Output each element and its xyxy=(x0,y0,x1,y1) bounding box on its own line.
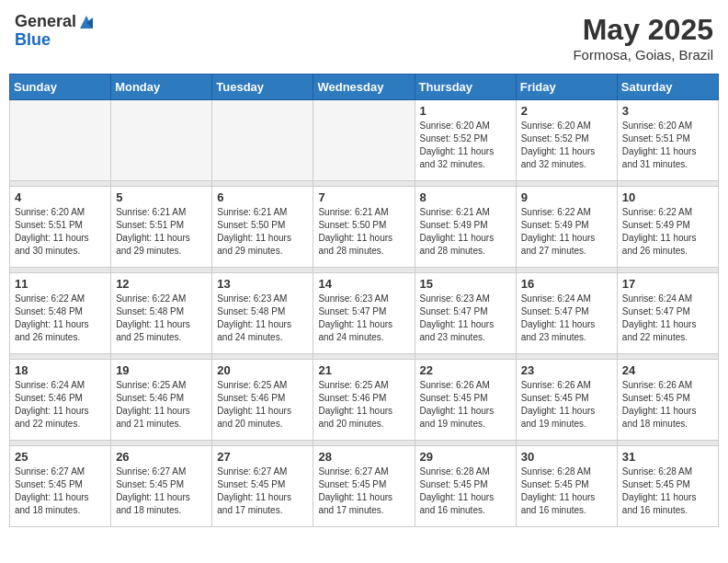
calendar-cell: 31Sunrise: 6:28 AMSunset: 5:45 PMDayligh… xyxy=(617,446,718,527)
day-info: Sunrise: 6:25 AMSunset: 5:46 PMDaylight:… xyxy=(217,379,308,431)
day-info: Sunrise: 6:20 AMSunset: 5:51 PMDaylight:… xyxy=(15,206,106,258)
day-info: Sunrise: 6:20 AMSunset: 5:52 PMDaylight:… xyxy=(521,120,612,171)
day-number: 22 xyxy=(420,363,511,377)
calendar-cell: 6Sunrise: 6:21 AMSunset: 5:50 PMDaylight… xyxy=(212,187,313,268)
calendar-cell: 10Sunrise: 6:22 AMSunset: 5:49 PMDayligh… xyxy=(617,187,718,268)
day-number: 17 xyxy=(622,277,713,291)
day-info: Sunrise: 6:26 AMSunset: 5:45 PMDaylight:… xyxy=(622,379,713,431)
week-row-4: 18Sunrise: 6:24 AMSunset: 5:46 PMDayligh… xyxy=(10,360,719,441)
weekday-header-thursday: Thursday xyxy=(415,75,516,100)
day-number: 23 xyxy=(521,363,612,377)
header: General Blue May 2025 Formosa, Goias, Br… xyxy=(9,9,719,66)
day-info: Sunrise: 6:22 AMSunset: 5:48 PMDaylight:… xyxy=(15,293,106,344)
day-info: Sunrise: 6:21 AMSunset: 5:51 PMDaylight:… xyxy=(116,206,207,258)
week-row-3: 11Sunrise: 6:22 AMSunset: 5:48 PMDayligh… xyxy=(10,273,719,354)
calendar-cell xyxy=(313,100,415,181)
day-info: Sunrise: 6:28 AMSunset: 5:45 PMDaylight:… xyxy=(420,465,511,517)
day-number: 14 xyxy=(318,277,409,291)
calendar: SundayMondayTuesdayWednesdayThursdayFrid… xyxy=(9,74,719,527)
calendar-cell: 8Sunrise: 6:21 AMSunset: 5:49 PMDaylight… xyxy=(415,187,516,268)
day-number: 19 xyxy=(116,363,207,377)
day-number: 12 xyxy=(116,277,207,291)
calendar-cell: 20Sunrise: 6:25 AMSunset: 5:46 PMDayligh… xyxy=(212,360,313,441)
weekday-header-saturday: Saturday xyxy=(617,75,718,100)
calendar-cell: 3Sunrise: 6:20 AMSunset: 5:51 PMDaylight… xyxy=(617,100,718,181)
day-info: Sunrise: 6:23 AMSunset: 5:48 PMDaylight:… xyxy=(217,293,308,344)
weekday-header-tuesday: Tuesday xyxy=(212,75,313,100)
weekday-header-monday: Monday xyxy=(111,75,212,100)
day-info: Sunrise: 6:27 AMSunset: 5:45 PMDaylight:… xyxy=(116,465,207,517)
calendar-cell: 18Sunrise: 6:24 AMSunset: 5:46 PMDayligh… xyxy=(10,360,111,441)
calendar-cell: 26Sunrise: 6:27 AMSunset: 5:45 PMDayligh… xyxy=(111,446,212,527)
calendar-cell: 23Sunrise: 6:26 AMSunset: 5:45 PMDayligh… xyxy=(516,360,617,441)
calendar-cell: 30Sunrise: 6:28 AMSunset: 5:45 PMDayligh… xyxy=(516,446,617,527)
day-number: 26 xyxy=(116,450,207,464)
calendar-cell: 17Sunrise: 6:24 AMSunset: 5:47 PMDayligh… xyxy=(617,273,718,354)
day-info: Sunrise: 6:27 AMSunset: 5:45 PMDaylight:… xyxy=(15,465,106,517)
calendar-cell: 27Sunrise: 6:27 AMSunset: 5:45 PMDayligh… xyxy=(212,446,313,527)
day-info: Sunrise: 6:22 AMSunset: 5:49 PMDaylight:… xyxy=(622,206,713,258)
calendar-cell: 4Sunrise: 6:20 AMSunset: 5:51 PMDaylight… xyxy=(10,187,111,268)
month-title: May 2025 xyxy=(573,13,713,47)
day-number: 8 xyxy=(420,190,511,204)
calendar-cell: 7Sunrise: 6:21 AMSunset: 5:50 PMDaylight… xyxy=(313,187,415,268)
day-info: Sunrise: 6:22 AMSunset: 5:48 PMDaylight:… xyxy=(116,293,207,344)
day-info: Sunrise: 6:25 AMSunset: 5:46 PMDaylight:… xyxy=(318,379,409,431)
day-info: Sunrise: 6:28 AMSunset: 5:45 PMDaylight:… xyxy=(521,465,612,517)
day-info: Sunrise: 6:21 AMSunset: 5:50 PMDaylight:… xyxy=(318,206,409,258)
day-info: Sunrise: 6:24 AMSunset: 5:46 PMDaylight:… xyxy=(15,379,106,431)
day-number: 1 xyxy=(420,104,511,118)
location-title: Formosa, Goias, Brazil xyxy=(573,47,713,63)
logo-blue-text: Blue xyxy=(15,31,95,50)
day-number: 13 xyxy=(217,277,308,291)
calendar-cell: 22Sunrise: 6:26 AMSunset: 5:45 PMDayligh… xyxy=(415,360,516,441)
weekday-header-wednesday: Wednesday xyxy=(313,75,415,100)
day-info: Sunrise: 6:22 AMSunset: 5:49 PMDaylight:… xyxy=(521,206,612,258)
day-info: Sunrise: 6:24 AMSunset: 5:47 PMDaylight:… xyxy=(521,293,612,344)
calendar-cell xyxy=(10,100,111,181)
day-info: Sunrise: 6:24 AMSunset: 5:47 PMDaylight:… xyxy=(622,293,713,344)
day-number: 10 xyxy=(622,190,713,204)
day-number: 7 xyxy=(318,190,409,204)
day-number: 25 xyxy=(15,450,106,464)
day-info: Sunrise: 6:27 AMSunset: 5:45 PMDaylight:… xyxy=(217,465,308,517)
day-number: 5 xyxy=(116,190,207,204)
calendar-cell: 24Sunrise: 6:26 AMSunset: 5:45 PMDayligh… xyxy=(617,360,718,441)
day-info: Sunrise: 6:26 AMSunset: 5:45 PMDaylight:… xyxy=(420,379,511,431)
week-row-1: 1Sunrise: 6:20 AMSunset: 5:52 PMDaylight… xyxy=(10,100,719,181)
week-row-2: 4Sunrise: 6:20 AMSunset: 5:51 PMDaylight… xyxy=(10,187,719,268)
day-number: 27 xyxy=(217,450,308,464)
calendar-cell xyxy=(111,100,212,181)
calendar-cell: 9Sunrise: 6:22 AMSunset: 5:49 PMDaylight… xyxy=(516,187,617,268)
day-number: 9 xyxy=(521,190,612,204)
day-info: Sunrise: 6:23 AMSunset: 5:47 PMDaylight:… xyxy=(318,293,409,344)
calendar-cell: 28Sunrise: 6:27 AMSunset: 5:45 PMDayligh… xyxy=(313,446,415,527)
calendar-cell: 21Sunrise: 6:25 AMSunset: 5:46 PMDayligh… xyxy=(313,360,415,441)
calendar-cell: 15Sunrise: 6:23 AMSunset: 5:47 PMDayligh… xyxy=(415,273,516,354)
day-info: Sunrise: 6:21 AMSunset: 5:49 PMDaylight:… xyxy=(420,206,511,258)
day-number: 30 xyxy=(521,450,612,464)
logo-general-text: General xyxy=(15,13,76,31)
day-number: 18 xyxy=(15,363,106,377)
day-info: Sunrise: 6:25 AMSunset: 5:46 PMDaylight:… xyxy=(116,379,207,431)
weekday-header-friday: Friday xyxy=(516,75,617,100)
calendar-cell: 16Sunrise: 6:24 AMSunset: 5:47 PMDayligh… xyxy=(516,273,617,354)
day-info: Sunrise: 6:27 AMSunset: 5:45 PMDaylight:… xyxy=(318,465,409,517)
calendar-cell: 29Sunrise: 6:28 AMSunset: 5:45 PMDayligh… xyxy=(415,446,516,527)
calendar-cell: 2Sunrise: 6:20 AMSunset: 5:52 PMDaylight… xyxy=(516,100,617,181)
day-number: 31 xyxy=(622,450,713,464)
day-number: 28 xyxy=(318,450,409,464)
calendar-cell: 13Sunrise: 6:23 AMSunset: 5:48 PMDayligh… xyxy=(212,273,313,354)
day-info: Sunrise: 6:20 AMSunset: 5:51 PMDaylight:… xyxy=(622,120,713,171)
logo-icon xyxy=(78,14,95,30)
calendar-cell: 1Sunrise: 6:20 AMSunset: 5:52 PMDaylight… xyxy=(415,100,516,181)
calendar-cell: 12Sunrise: 6:22 AMSunset: 5:48 PMDayligh… xyxy=(111,273,212,354)
title-area: May 2025 Formosa, Goias, Brazil xyxy=(573,13,713,63)
day-number: 2 xyxy=(521,104,612,118)
day-number: 16 xyxy=(521,277,612,291)
day-number: 4 xyxy=(15,190,106,204)
day-number: 29 xyxy=(420,450,511,464)
day-info: Sunrise: 6:23 AMSunset: 5:47 PMDaylight:… xyxy=(420,293,511,344)
day-number: 15 xyxy=(420,277,511,291)
day-info: Sunrise: 6:20 AMSunset: 5:52 PMDaylight:… xyxy=(420,120,511,171)
